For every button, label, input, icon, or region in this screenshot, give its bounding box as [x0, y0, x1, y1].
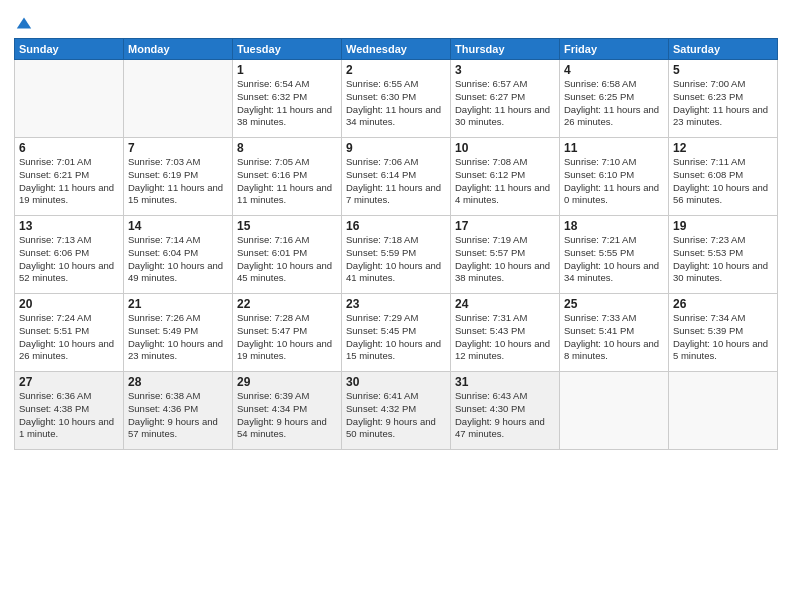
day-number: 8 [237, 141, 337, 155]
calendar-cell: 14Sunrise: 7:14 AMSunset: 6:04 PMDayligh… [124, 216, 233, 294]
weekday-header-wednesday: Wednesday [342, 39, 451, 60]
day-number: 28 [128, 375, 228, 389]
weekday-header-tuesday: Tuesday [233, 39, 342, 60]
calendar-cell: 21Sunrise: 7:26 AMSunset: 5:49 PMDayligh… [124, 294, 233, 372]
day-info: Sunrise: 7:26 AMSunset: 5:49 PMDaylight:… [128, 312, 228, 363]
day-number: 2 [346, 63, 446, 77]
day-info: Sunrise: 7:23 AMSunset: 5:53 PMDaylight:… [673, 234, 773, 285]
calendar-cell: 1Sunrise: 6:54 AMSunset: 6:32 PMDaylight… [233, 60, 342, 138]
week-row-2: 6Sunrise: 7:01 AMSunset: 6:21 PMDaylight… [15, 138, 778, 216]
calendar-cell: 8Sunrise: 7:05 AMSunset: 6:16 PMDaylight… [233, 138, 342, 216]
day-number: 1 [237, 63, 337, 77]
day-info: Sunrise: 6:43 AMSunset: 4:30 PMDaylight:… [455, 390, 555, 441]
svg-marker-0 [17, 18, 31, 29]
day-number: 7 [128, 141, 228, 155]
calendar-cell: 7Sunrise: 7:03 AMSunset: 6:19 PMDaylight… [124, 138, 233, 216]
week-row-5: 27Sunrise: 6:36 AMSunset: 4:38 PMDayligh… [15, 372, 778, 450]
logo-icon [15, 14, 33, 32]
day-info: Sunrise: 6:38 AMSunset: 4:36 PMDaylight:… [128, 390, 228, 441]
day-info: Sunrise: 6:39 AMSunset: 4:34 PMDaylight:… [237, 390, 337, 441]
day-info: Sunrise: 6:55 AMSunset: 6:30 PMDaylight:… [346, 78, 446, 129]
calendar-cell [560, 372, 669, 450]
day-info: Sunrise: 7:08 AMSunset: 6:12 PMDaylight:… [455, 156, 555, 207]
day-number: 19 [673, 219, 773, 233]
day-info: Sunrise: 7:33 AMSunset: 5:41 PMDaylight:… [564, 312, 664, 363]
day-number: 15 [237, 219, 337, 233]
day-number: 18 [564, 219, 664, 233]
calendar-cell: 25Sunrise: 7:33 AMSunset: 5:41 PMDayligh… [560, 294, 669, 372]
day-number: 16 [346, 219, 446, 233]
weekday-header-sunday: Sunday [15, 39, 124, 60]
day-info: Sunrise: 7:24 AMSunset: 5:51 PMDaylight:… [19, 312, 119, 363]
day-number: 25 [564, 297, 664, 311]
day-number: 3 [455, 63, 555, 77]
day-number: 31 [455, 375, 555, 389]
calendar-cell [124, 60, 233, 138]
calendar-cell: 5Sunrise: 7:00 AMSunset: 6:23 PMDaylight… [669, 60, 778, 138]
calendar-cell: 15Sunrise: 7:16 AMSunset: 6:01 PMDayligh… [233, 216, 342, 294]
day-info: Sunrise: 7:11 AMSunset: 6:08 PMDaylight:… [673, 156, 773, 207]
day-info: Sunrise: 6:54 AMSunset: 6:32 PMDaylight:… [237, 78, 337, 129]
calendar-table: SundayMondayTuesdayWednesdayThursdayFrid… [14, 38, 778, 450]
day-info: Sunrise: 7:34 AMSunset: 5:39 PMDaylight:… [673, 312, 773, 363]
day-number: 4 [564, 63, 664, 77]
page-container: SundayMondayTuesdayWednesdayThursdayFrid… [0, 0, 792, 458]
day-info: Sunrise: 7:14 AMSunset: 6:04 PMDaylight:… [128, 234, 228, 285]
day-info: Sunrise: 7:13 AMSunset: 6:06 PMDaylight:… [19, 234, 119, 285]
calendar-cell: 13Sunrise: 7:13 AMSunset: 6:06 PMDayligh… [15, 216, 124, 294]
day-info: Sunrise: 7:21 AMSunset: 5:55 PMDaylight:… [564, 234, 664, 285]
day-number: 9 [346, 141, 446, 155]
calendar-cell: 31Sunrise: 6:43 AMSunset: 4:30 PMDayligh… [451, 372, 560, 450]
calendar-cell: 22Sunrise: 7:28 AMSunset: 5:47 PMDayligh… [233, 294, 342, 372]
day-number: 11 [564, 141, 664, 155]
day-number: 14 [128, 219, 228, 233]
day-info: Sunrise: 6:57 AMSunset: 6:27 PMDaylight:… [455, 78, 555, 129]
logo [14, 14, 33, 32]
day-number: 26 [673, 297, 773, 311]
day-number: 29 [237, 375, 337, 389]
day-number: 13 [19, 219, 119, 233]
calendar-cell: 18Sunrise: 7:21 AMSunset: 5:55 PMDayligh… [560, 216, 669, 294]
calendar-cell: 6Sunrise: 7:01 AMSunset: 6:21 PMDaylight… [15, 138, 124, 216]
day-info: Sunrise: 7:01 AMSunset: 6:21 PMDaylight:… [19, 156, 119, 207]
calendar-cell: 29Sunrise: 6:39 AMSunset: 4:34 PMDayligh… [233, 372, 342, 450]
day-info: Sunrise: 7:29 AMSunset: 5:45 PMDaylight:… [346, 312, 446, 363]
calendar-cell: 19Sunrise: 7:23 AMSunset: 5:53 PMDayligh… [669, 216, 778, 294]
calendar-cell: 30Sunrise: 6:41 AMSunset: 4:32 PMDayligh… [342, 372, 451, 450]
header [14, 10, 778, 32]
week-row-4: 20Sunrise: 7:24 AMSunset: 5:51 PMDayligh… [15, 294, 778, 372]
day-number: 5 [673, 63, 773, 77]
calendar-cell: 26Sunrise: 7:34 AMSunset: 5:39 PMDayligh… [669, 294, 778, 372]
calendar-cell: 3Sunrise: 6:57 AMSunset: 6:27 PMDaylight… [451, 60, 560, 138]
day-info: Sunrise: 7:03 AMSunset: 6:19 PMDaylight:… [128, 156, 228, 207]
calendar-cell [15, 60, 124, 138]
day-number: 6 [19, 141, 119, 155]
weekday-header-row: SundayMondayTuesdayWednesdayThursdayFrid… [15, 39, 778, 60]
day-info: Sunrise: 7:18 AMSunset: 5:59 PMDaylight:… [346, 234, 446, 285]
weekday-header-thursday: Thursday [451, 39, 560, 60]
weekday-header-friday: Friday [560, 39, 669, 60]
day-number: 23 [346, 297, 446, 311]
day-info: Sunrise: 7:31 AMSunset: 5:43 PMDaylight:… [455, 312, 555, 363]
day-info: Sunrise: 7:19 AMSunset: 5:57 PMDaylight:… [455, 234, 555, 285]
day-number: 12 [673, 141, 773, 155]
calendar-cell: 12Sunrise: 7:11 AMSunset: 6:08 PMDayligh… [669, 138, 778, 216]
calendar-cell: 4Sunrise: 6:58 AMSunset: 6:25 PMDaylight… [560, 60, 669, 138]
calendar-cell: 9Sunrise: 7:06 AMSunset: 6:14 PMDaylight… [342, 138, 451, 216]
day-number: 22 [237, 297, 337, 311]
day-info: Sunrise: 6:58 AMSunset: 6:25 PMDaylight:… [564, 78, 664, 129]
calendar-cell: 20Sunrise: 7:24 AMSunset: 5:51 PMDayligh… [15, 294, 124, 372]
day-number: 17 [455, 219, 555, 233]
day-info: Sunrise: 7:00 AMSunset: 6:23 PMDaylight:… [673, 78, 773, 129]
day-number: 30 [346, 375, 446, 389]
day-number: 27 [19, 375, 119, 389]
calendar-cell: 11Sunrise: 7:10 AMSunset: 6:10 PMDayligh… [560, 138, 669, 216]
calendar-cell: 10Sunrise: 7:08 AMSunset: 6:12 PMDayligh… [451, 138, 560, 216]
calendar-cell: 28Sunrise: 6:38 AMSunset: 4:36 PMDayligh… [124, 372, 233, 450]
weekday-header-saturday: Saturday [669, 39, 778, 60]
week-row-1: 1Sunrise: 6:54 AMSunset: 6:32 PMDaylight… [15, 60, 778, 138]
calendar-cell [669, 372, 778, 450]
day-number: 20 [19, 297, 119, 311]
day-number: 24 [455, 297, 555, 311]
week-row-3: 13Sunrise: 7:13 AMSunset: 6:06 PMDayligh… [15, 216, 778, 294]
